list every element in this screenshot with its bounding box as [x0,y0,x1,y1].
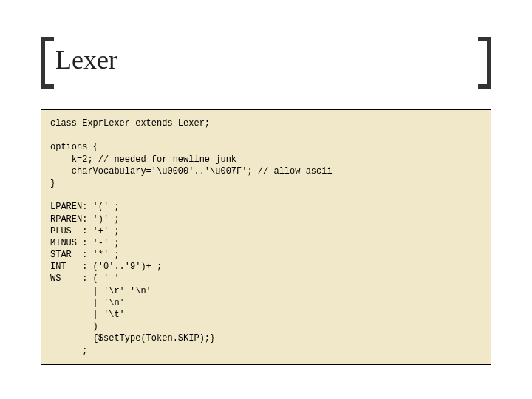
page-title: Lexer [55,44,477,75]
code-block: class ExprLexer extends Lexer; options {… [41,109,491,365]
slide: Lexer class ExprLexer extends Lexer; opt… [41,37,491,365]
title-container: Lexer [41,37,491,89]
bracket-right-icon [478,37,491,89]
bracket-left-icon [41,37,54,89]
